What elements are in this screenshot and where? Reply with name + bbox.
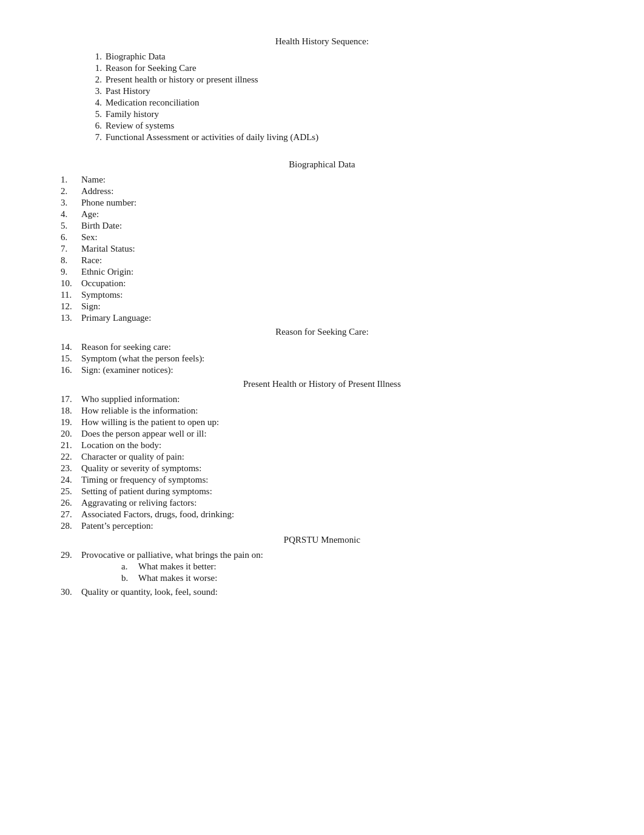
sequence-item-text: Present health or history or present ill… — [106, 75, 258, 85]
sequence-item: 3.Past History — [49, 86, 595, 96]
bio-item: 12.Sign: — [49, 301, 595, 312]
bio-item: 9.Ethnic Origin: — [49, 267, 595, 277]
bio-item-text: Marital Status: — [81, 244, 135, 254]
reason-list: 14.Reason for seeking care:15.Symptom (w… — [49, 342, 595, 375]
present-health-item: 23.Quality or severity of symptoms: — [49, 463, 595, 474]
health-history-heading: Health History Sequence: — [49, 36, 595, 47]
sequence-item: 6.Review of systems — [49, 121, 595, 131]
sequence-item-num: 2. — [85, 75, 102, 85]
sequence-item-num: 1. — [85, 52, 102, 62]
present-health-item-num: 22. — [61, 452, 80, 462]
sequence-item-text: Functional Assessment or activities of d… — [106, 132, 318, 143]
pqrstu-sub-list: a. What makes it better: b. What makes i… — [61, 562, 595, 585]
pqrstu-sub-a: a. What makes it better: — [109, 562, 595, 572]
present-health-item-num: 24. — [61, 475, 80, 485]
pqrstu-item-29-text: Provocative or palliative, what brings t… — [81, 550, 263, 560]
present-health-item: 28.Patent’s perception: — [49, 521, 595, 531]
bio-list: 1.Name:2.Address:3.Phone number:4.Age:5.… — [49, 175, 595, 323]
pqrstu-list: 29. Provocative or palliative, what brin… — [49, 550, 595, 597]
reason-item: 16.Sign: (examiner notices): — [49, 365, 595, 375]
reason-item-text: Sign: (examiner notices): — [81, 365, 173, 375]
bio-item-num: 11. — [61, 290, 80, 300]
bio-item-num: 7. — [61, 244, 80, 254]
bio-item: 8.Race: — [49, 255, 595, 266]
pqrstu-sub-a-label: a. — [121, 562, 138, 572]
sequence-item-text: Past History — [106, 86, 150, 96]
sequence-item: 4.Medication reconciliation — [49, 98, 595, 108]
bio-item: 6.Sex: — [49, 232, 595, 243]
present-health-item-num: 20. — [61, 429, 80, 439]
sequence-list: 1.Biographic Data1.Reason for Seeking Ca… — [49, 52, 595, 143]
bio-item-num: 9. — [61, 267, 80, 277]
bio-item: 5.Birth Date: — [49, 221, 595, 231]
bio-item: 11.Symptoms: — [49, 290, 595, 300]
sequence-item-num: 5. — [85, 109, 102, 119]
present-health-item-text: Patent’s perception: — [81, 521, 153, 531]
present-health-item: 27.Associated Factors, drugs, food, drin… — [49, 509, 595, 520]
sequence-item: 2.Present health or history or present i… — [49, 75, 595, 85]
present-health-item: 24.Timing or frequency of symptoms: — [49, 475, 595, 485]
present-health-item-text: Quality or severity of symptoms: — [81, 463, 201, 474]
bio-item-num: 8. — [61, 255, 80, 266]
bio-item-text: Address: — [81, 186, 113, 196]
sequence-item-text: Reason for Seeking Care — [106, 63, 196, 73]
bio-item-num: 5. — [61, 221, 80, 231]
sequence-item-num: 7. — [85, 132, 102, 143]
reason-item-num: 14. — [61, 342, 80, 352]
pqrstu-item-30: 30.Quality or quantity, look, feel, soun… — [49, 587, 595, 597]
bio-item: 4.Age: — [49, 209, 595, 220]
sequence-item: 5.Family history — [49, 109, 595, 119]
present-health-item-text: Location on the body: — [81, 440, 161, 451]
present-health-item-text: Aggravating or reliving factors: — [81, 498, 196, 508]
bio-item-num: 4. — [61, 209, 80, 220]
present-health-list: 17.Who supplied information:18.How relia… — [49, 394, 595, 531]
bio-item-text: Birth Date: — [81, 221, 122, 231]
pqrstu-item-30-num: 30. — [61, 587, 80, 597]
present-health-item-num: 25. — [61, 486, 80, 497]
sequence-item-num: 1. — [85, 63, 102, 73]
bio-item-text: Name: — [81, 175, 106, 185]
bio-item-text: Age: — [81, 209, 99, 220]
bio-item-text: Race: — [81, 255, 102, 266]
present-health-item-text: Timing or frequency of symptoms: — [81, 475, 208, 485]
pqrstu-sub-b-label: b. — [121, 573, 138, 583]
pqrstu-sub-a-text: What makes it better: — [138, 562, 216, 572]
bio-item-num: 13. — [61, 313, 80, 323]
pqrstu-item-29-row: 29. Provocative or palliative, what brin… — [61, 550, 595, 560]
present-health-item: 17.Who supplied information: — [49, 394, 595, 404]
reason-item-text: Reason for seeking care: — [81, 342, 171, 352]
bio-item-num: 6. — [61, 232, 80, 243]
pqrstu-item-30-text: Quality or quantity, look, feel, sound: — [81, 587, 218, 597]
present-health-heading: Present Health or History of Present Ill… — [49, 379, 595, 389]
present-health-item: 26.Aggravating or reliving factors: — [49, 498, 595, 508]
sequence-item: 1.Reason for Seeking Care — [49, 63, 595, 73]
present-health-item-num: 26. — [61, 498, 80, 508]
bio-item-num: 2. — [61, 186, 80, 196]
pqrstu-sub-b: b. What makes it worse: — [109, 573, 595, 583]
present-health-item: 18.How reliable is the information: — [49, 406, 595, 416]
pqrstu-item-29-num: 29. — [61, 550, 80, 560]
present-health-item-num: 17. — [61, 394, 80, 404]
present-health-item-text: Character or quality of pain: — [81, 452, 184, 462]
reason-item-text: Symptom (what the person feels): — [81, 354, 204, 364]
pqrstu-item-29: 29. Provocative or palliative, what brin… — [49, 550, 595, 586]
bio-item-num: 12. — [61, 301, 80, 312]
bio-item-text: Occupation: — [81, 278, 126, 289]
bio-item-text: Symptoms: — [81, 290, 122, 300]
bio-item: 1.Name: — [49, 175, 595, 185]
pqrstu-sub-b-text: What makes it worse: — [138, 573, 217, 583]
present-health-item-num: 23. — [61, 463, 80, 474]
reason-for-seeking-care-heading: Reason for Seeking Care: — [49, 327, 595, 337]
sequence-item: 1.Biographic Data — [49, 52, 595, 62]
present-health-item-text: Associated Factors, drugs, food, drinkin… — [81, 509, 234, 520]
present-health-item-num: 19. — [61, 417, 80, 428]
bio-item: 7.Marital Status: — [49, 244, 595, 254]
sequence-item-num: 6. — [85, 121, 102, 131]
bio-item-text: Phone number: — [81, 198, 136, 208]
present-health-item-num: 21. — [61, 440, 80, 451]
present-health-item-text: Setting of patient during symptoms: — [81, 486, 212, 497]
present-health-item-text: How willing is the patient to open up: — [81, 417, 219, 428]
present-health-item-text: Does the person appear well or ill: — [81, 429, 207, 439]
present-health-item-text: Who supplied information: — [81, 394, 179, 404]
bio-item-num: 1. — [61, 175, 80, 185]
